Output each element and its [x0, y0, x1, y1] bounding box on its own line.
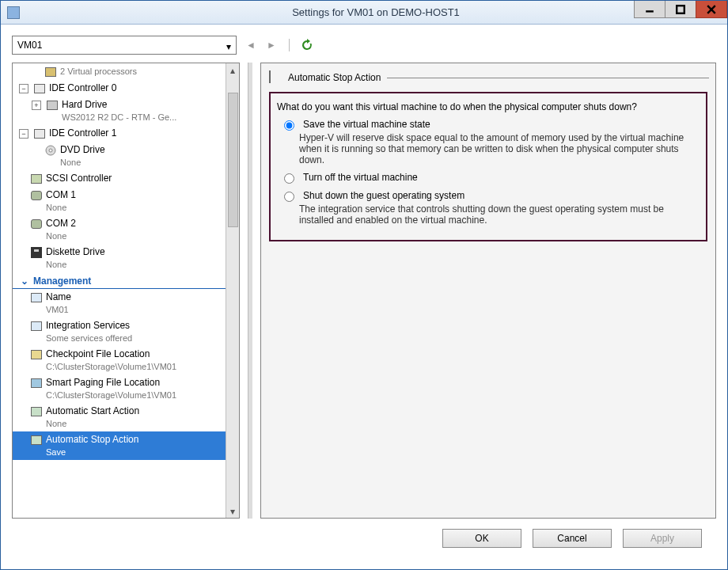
tree-item-name[interactable]: NameVM01	[13, 289, 226, 317]
chevron-down-icon: ▾	[226, 41, 231, 52]
tree-item-scsi[interactable]: SCSI Controller	[13, 170, 226, 187]
radio-shut-down[interactable]	[284, 192, 294, 202]
ok-button[interactable]: OK	[442, 529, 521, 548]
heading-rule	[387, 78, 709, 78]
panel-heading: Automatic Stop Action	[288, 72, 381, 83]
vm-selector[interactable]: VM01 ▾	[12, 36, 237, 55]
titlebar[interactable]: Settings for VM01 on DEMO-HOST1	[1, 1, 727, 25]
option-save-state[interactable]: Save the virtual machine state	[280, 119, 700, 131]
option-turn-off[interactable]: Turn off the virtual machine	[280, 172, 700, 184]
option-shut-down[interactable]: Shut down the guest operating system	[280, 190, 700, 202]
option-save-state-desc: Hyper-V will reserve disk space equal to…	[299, 132, 700, 165]
splitter[interactable]	[248, 63, 252, 519]
settings-window: Settings for VM01 on DEMO-HOST1 VM01 ▾ ◄…	[0, 0, 728, 570]
cancel-button[interactable]: Cancel	[533, 529, 612, 548]
tree-item-checkpoint-location[interactable]: Checkpoint File LocationC:\ClusterStorag…	[13, 346, 226, 374]
controller-icon	[33, 127, 46, 140]
settings-tree: 2 Virtual processors − IDE Controller 0 …	[12, 63, 240, 519]
divider	[289, 39, 290, 51]
name-icon	[30, 291, 43, 304]
scrollbar[interactable]: ▴ ▾	[226, 63, 239, 518]
folder-icon	[30, 348, 43, 361]
svg-rect-1	[677, 6, 684, 13]
maximize-button[interactable]	[665, 1, 696, 18]
stop-action-icon	[269, 71, 282, 84]
close-button[interactable]	[696, 1, 727, 18]
expand-icon[interactable]: +	[32, 101, 41, 110]
radio-save-state[interactable]	[284, 120, 294, 131]
controller-icon	[33, 82, 46, 95]
tree-item-dvd[interactable]: DVD DriveNone	[13, 142, 226, 170]
settings-panel: Automatic Stop Action What do you want t…	[260, 63, 716, 519]
options-group: What do you want this virtual machine to…	[269, 92, 707, 241]
integration-icon	[30, 320, 43, 332]
tree-item-ide1[interactable]: − IDE Controller 1	[13, 125, 226, 142]
tree-item-com2[interactable]: COM 2None	[13, 215, 226, 244]
stop-action-icon	[30, 434, 43, 446]
port-icon	[30, 218, 43, 230]
tree-item-auto-stop[interactable]: Automatic Stop ActionSave	[13, 431, 226, 460]
radio-turn-off[interactable]	[284, 173, 294, 184]
disk-icon	[46, 99, 59, 112]
minimize-button[interactable]	[634, 1, 665, 18]
cpu-icon	[44, 66, 57, 78]
panel-question: What do you want this virtual machine to…	[277, 101, 700, 112]
tree-item-harddrive[interactable]: + Hard DriveWS2012 R2 DC - RTM - Ge...	[13, 97, 226, 125]
tree-item-ide0[interactable]: − IDE Controller 0	[13, 80, 226, 97]
paging-icon	[30, 377, 43, 390]
nav-forward-button[interactable]: ►	[265, 39, 278, 51]
tree-item-diskette[interactable]: Diskette DriveNone	[13, 244, 226, 272]
tree-item-integration[interactable]: Integration ServicesSome services offere…	[13, 317, 226, 346]
scsi-icon	[30, 173, 43, 185]
tree-item-com1[interactable]: COM 1None	[13, 187, 226, 215]
refresh-button[interactable]	[301, 39, 313, 51]
scroll-down-icon[interactable]: ▾	[226, 504, 239, 518]
dvd-icon	[44, 144, 57, 157]
scroll-up-icon[interactable]: ▴	[226, 63, 239, 77]
vm-selector-value: VM01	[17, 40, 42, 51]
collapse-icon[interactable]: −	[19, 129, 28, 139]
apply-button: Apply	[623, 529, 702, 548]
svg-point-5	[49, 149, 52, 152]
nav-back-button[interactable]: ◄	[245, 39, 257, 51]
tree-item-auto-start[interactable]: Automatic Start ActionNone	[13, 403, 226, 431]
option-shut-down-desc: The integration service that controls sh…	[299, 203, 700, 226]
tree-item-smart-paging[interactable]: Smart Paging File LocationC:\ClusterStor…	[13, 374, 226, 403]
section-collapse-icon: ⌄	[21, 276, 28, 287]
window-title: Settings for VM01 on DEMO-HOST1	[25, 6, 727, 18]
port-icon	[30, 189, 43, 202]
floppy-icon	[30, 246, 43, 259]
start-action-icon	[30, 405, 43, 418]
section-management[interactable]: ⌄ Management	[13, 272, 226, 289]
scroll-thumb[interactable]	[228, 93, 238, 227]
tree-item-processors[interactable]: 2 Virtual processors	[13, 63, 226, 80]
app-icon	[7, 6, 20, 19]
collapse-icon[interactable]: −	[19, 84, 28, 93]
